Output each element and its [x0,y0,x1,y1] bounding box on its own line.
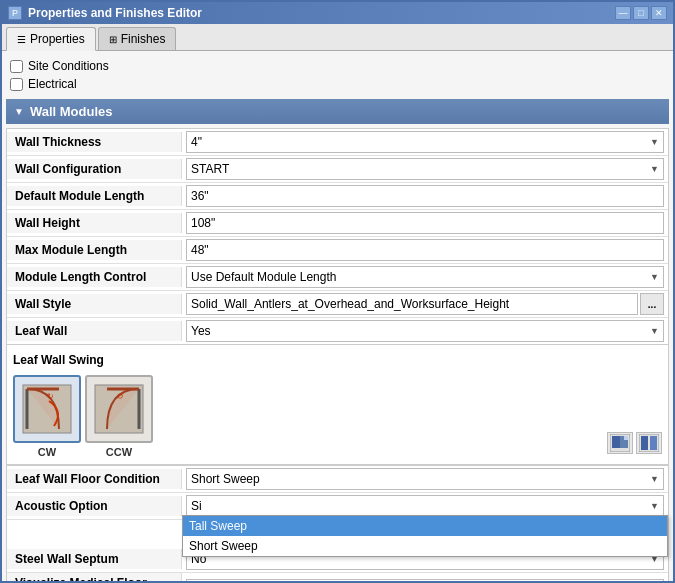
wall-thickness-value: 4" ▼ [182,129,668,155]
leaf-wall-floor-condition-row: Leaf Wall Floor Condition Short Sweep ▼ [7,466,668,493]
wall-style-value: ... [182,291,668,317]
export-icon-1-svg [610,434,630,452]
checkbox-section: Site Conditions Electrical [6,55,669,95]
wall-height-value [182,210,668,236]
wall-configuration-label: Wall Configuration [7,159,182,179]
tab-bar: ☰ Properties ⊞ Finishes [2,24,673,51]
visualize-medical-floor-wrap-up-value: No ▼ [182,577,668,581]
module-length-control-label: Module Length Control [7,267,182,287]
ccw-swing-icon[interactable]: ↺ [85,375,153,443]
electrical-checkbox[interactable] [10,78,23,91]
wall-height-row: Wall Height [7,210,668,237]
maximize-button[interactable]: □ [633,6,649,20]
main-window: P Properties and Finishes Editor — □ ✕ ☰… [0,0,675,583]
acoustic-option-arrow: ▼ [650,501,659,511]
properties-grid: Wall Thickness 4" ▼ Wall Configuration S… [6,128,669,345]
svg-rect-7 [624,436,628,440]
window-controls: — □ ✕ [615,6,667,20]
max-module-length-label: Max Module Length [7,240,182,260]
properties-tab-label: Properties [30,32,85,46]
content-area: Site Conditions Electrical ▼ Wall Module… [2,51,673,581]
svg-rect-10 [650,436,657,450]
acoustic-option-label: Acoustic Option [7,496,182,516]
acoustic-option-value: Si ▼ Tall Sweep Short Sweep [182,493,668,519]
window-title: Properties and Finishes Editor [28,6,202,20]
max-module-length-input[interactable] [186,239,664,261]
dropdown-item-short-sweep[interactable]: Short Sweep [183,536,667,556]
wall-style-label: Wall Style [7,294,182,314]
wall-thickness-select[interactable]: 4" ▼ [186,131,664,153]
minimize-button[interactable]: — [615,6,631,20]
svg-text:↻: ↻ [47,392,54,401]
properties-grid-2: Leaf Wall Floor Condition Short Sweep ▼ … [6,465,669,581]
site-conditions-row: Site Conditions [10,57,665,75]
acoustic-dropdown-list: Tall Sweep Short Sweep [182,515,668,557]
leaf-wall-arrow: ▼ [650,326,659,336]
max-module-length-row: Max Module Length [7,237,668,264]
svg-rect-9 [641,436,648,450]
svg-rect-6 [612,436,620,448]
cw-door-svg: ↻ [19,381,75,437]
tab-finishes[interactable]: ⊞ Finishes [98,27,177,50]
export-image-button-2[interactable] [636,432,662,454]
finishes-tab-label: Finishes [121,32,166,46]
dropdown-item-tall-sweep[interactable]: Tall Sweep [183,516,667,536]
wall-style-input-row: ... [186,293,664,315]
site-conditions-label: Site Conditions [28,59,109,73]
leaf-wall-swing-section: Leaf Wall Swing [6,345,669,465]
title-bar: P Properties and Finishes Editor — □ ✕ [2,2,673,24]
export-image-button-1[interactable] [607,432,633,454]
module-length-control-select[interactable]: Use Default Module Length ▼ [186,266,664,288]
leaf-wall-swing-header: Leaf Wall Swing [13,351,662,369]
svg-text:↺: ↺ [117,392,124,401]
wall-configuration-select[interactable]: START ▼ [186,158,664,180]
ccw-door-svg: ↺ [91,381,147,437]
section-collapse-arrow: ▼ [14,106,24,117]
properties-tab-icon: ☰ [17,34,26,45]
wall-style-row: Wall Style ... [7,291,668,318]
acoustic-option-select[interactable]: Si ▼ [186,495,664,517]
site-conditions-checkbox[interactable] [10,60,23,73]
cw-swing-wrapper[interactable]: ↻ CW [13,375,81,458]
wall-style-browse-button[interactable]: ... [640,293,664,315]
module-length-control-row: Module Length Control Use Default Module… [7,264,668,291]
wall-style-input[interactable] [186,293,638,315]
cw-swing-icon[interactable]: ↻ [13,375,81,443]
default-module-length-value [182,183,668,209]
wall-configuration-row: Wall Configuration START ▼ [7,156,668,183]
visualize-medical-floor-wrap-up-label: Visualize Medical Floor Wrap Up [7,573,182,581]
leaf-wall-floor-condition-select[interactable]: Short Sweep ▼ [186,468,664,490]
wall-configuration-arrow: ▼ [650,164,659,174]
wall-height-input[interactable] [186,212,664,234]
wall-thickness-arrow: ▼ [650,137,659,147]
default-module-length-input[interactable] [186,185,664,207]
leaf-wall-value: Yes ▼ [182,318,668,344]
window-icon: P [8,6,22,20]
export-icon-2-svg [639,434,659,452]
acoustic-option-row: Acoustic Option Si ▼ Tall Sweep Short Sw… [7,493,668,520]
cw-label: CW [38,446,56,458]
wall-thickness-label: Wall Thickness [7,132,182,152]
steel-wall-septum-label: Steel Wall Septum [7,549,182,569]
leaf-wall-select[interactable]: Yes ▼ [186,320,664,342]
swing-icons-container: ↻ CW ↺ [13,375,153,458]
wall-height-label: Wall Height [7,213,182,233]
close-button[interactable]: ✕ [651,6,667,20]
wall-modules-header[interactable]: ▼ Wall Modules [6,99,669,124]
module-length-control-value: Use Default Module Length ▼ [182,264,668,290]
tab-properties[interactable]: ☰ Properties [6,27,96,51]
wall-thickness-row: Wall Thickness 4" ▼ [7,129,668,156]
electrical-row: Electrical [10,75,665,93]
ccw-swing-wrapper[interactable]: ↺ CCW [85,375,153,458]
visualize-medical-floor-wrap-up-select[interactable]: No ▼ [186,579,664,581]
title-bar-left: P Properties and Finishes Editor [8,6,202,20]
visualize-medical-floor-wrap-up-row: Visualize Medical Floor Wrap Up No ▼ [7,573,668,581]
leaf-wall-row: Leaf Wall Yes ▼ [7,318,668,344]
module-length-control-arrow: ▼ [650,272,659,282]
ccw-label: CCW [106,446,132,458]
leaf-wall-floor-condition-arrow: ▼ [650,474,659,484]
leaf-wall-floor-condition-value: Short Sweep ▼ [182,466,668,492]
leaf-wall-floor-condition-label: Leaf Wall Floor Condition [7,469,182,489]
default-module-length-row: Default Module Length [7,183,668,210]
export-icons [607,432,662,454]
